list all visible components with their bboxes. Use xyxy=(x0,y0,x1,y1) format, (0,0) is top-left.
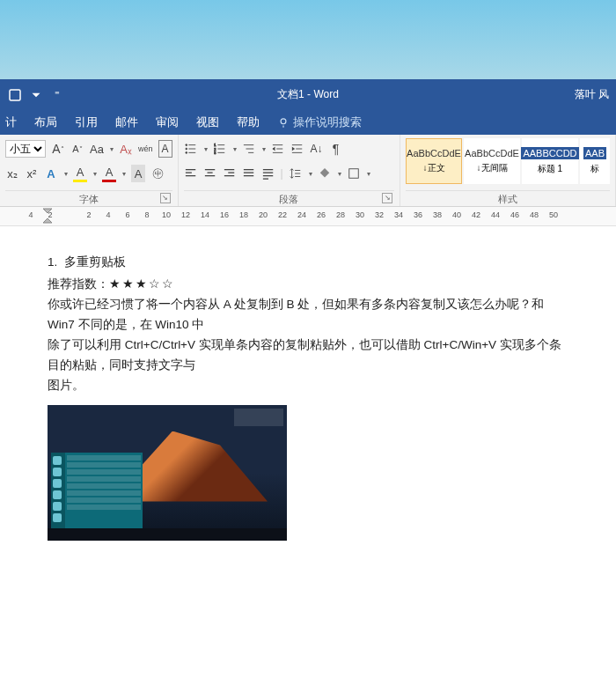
char-shading-button[interactable]: A xyxy=(131,165,145,182)
align-right-button[interactable] xyxy=(223,165,237,182)
tab-view[interactable]: 视图 xyxy=(196,114,219,130)
sort-button[interactable]: A↓ xyxy=(310,140,324,158)
tab-layout[interactable]: 布局 xyxy=(34,114,57,130)
svg-point-7 xyxy=(185,152,187,154)
tab-design[interactable]: 计 xyxy=(5,114,17,130)
taskbar xyxy=(48,528,287,541)
enclose-char-button[interactable]: ㊥ xyxy=(150,165,165,182)
show-marks-button[interactable]: ¶ xyxy=(329,140,343,158)
highlight-button[interactable]: A xyxy=(73,165,87,182)
desktop-background xyxy=(0,0,616,79)
style-normal[interactable]: AaBbCcDdE ↓正文 xyxy=(406,138,462,184)
align-left-button[interactable] xyxy=(184,165,198,182)
tell-me-label: 操作说明搜索 xyxy=(293,114,362,130)
distribute-button[interactable] xyxy=(261,165,275,182)
svg-text:3: 3 xyxy=(214,151,216,155)
char-border-button[interactable]: A xyxy=(158,140,172,158)
quick-access-toolbar: ⁼ xyxy=(0,87,65,103)
style-no-spacing[interactable]: AaBbCcDdE ↓无间隔 xyxy=(464,138,520,184)
group-label-font: 字体↘ xyxy=(5,190,172,206)
tab-references[interactable]: 引用 xyxy=(75,114,98,130)
paragraph-dialog-launcher[interactable]: ↘ xyxy=(382,193,392,203)
paragraph-line-2: 除了可以利用 Ctrl+C/Ctrl+V 实现单条内容的复制粘贴外，也可以借助 … xyxy=(48,335,568,376)
tab-mailings[interactable]: 邮件 xyxy=(115,114,138,130)
justify-button[interactable] xyxy=(242,165,256,182)
increase-indent-button[interactable] xyxy=(290,140,304,158)
grow-font-button[interactable]: A˄ xyxy=(51,140,65,158)
align-center-button[interactable] xyxy=(203,165,217,182)
group-label-paragraph: 段落↘ xyxy=(184,190,394,206)
svg-point-5 xyxy=(185,148,187,150)
phonetic-guide-button[interactable]: wén xyxy=(138,140,153,158)
document-title: 文档1 - Word xyxy=(277,87,339,102)
list-item-1: 1. 多重剪贴板 xyxy=(48,253,568,273)
svg-point-3 xyxy=(185,144,187,146)
document-body[interactable]: 1. 多重剪贴板 推荐指数：★★★☆☆ 你或许已经习惯了将一个内容从 A 处复制… xyxy=(0,226,616,541)
weather-widget xyxy=(234,409,283,426)
lightbulb-icon xyxy=(277,116,290,129)
tell-me-search[interactable]: 操作说明搜索 xyxy=(277,114,362,130)
font-dialog-launcher[interactable]: ↘ xyxy=(160,193,171,203)
autosave-icon[interactable] xyxy=(7,87,23,103)
borders-button[interactable] xyxy=(347,165,361,182)
shrink-font-button[interactable]: A˅ xyxy=(70,140,84,158)
rating-line: 推荐指数：★★★☆☆ xyxy=(48,275,568,295)
paragraph-line-1: 你或许已经习惯了将一个内容从 A 处复制到 B 处，但如果有多条内容复制又该怎么… xyxy=(48,295,568,335)
start-menu xyxy=(51,453,143,528)
user-name: 落叶 风 xyxy=(575,87,609,102)
group-styles: AaBbCcDdE ↓正文 AaBbCcDdE ↓无间隔 AABBCCDD 标题… xyxy=(400,135,616,206)
change-case-button[interactable]: Aa xyxy=(90,140,104,158)
group-paragraph: ▾ 123▾ ▾ A↓ ¶ | ▾ ▾ ▾ 段落↘ xyxy=(179,135,400,206)
font-size-select[interactable]: 小五 xyxy=(5,140,46,158)
bullets-button[interactable] xyxy=(184,140,198,158)
horizontal-ruler[interactable]: 4224681012141618202224262830323436384042… xyxy=(0,207,616,226)
ruler-numbers: 4224681012141618202224262830323436384042… xyxy=(0,210,616,219)
subscript-button[interactable]: x₂ xyxy=(5,165,19,182)
tab-review[interactable]: 审阅 xyxy=(156,114,179,130)
style-heading2[interactable]: AAB 标 xyxy=(580,138,610,184)
paragraph-line-3: 图片。 xyxy=(48,376,568,396)
qat-dropdown-icon[interactable] xyxy=(28,87,44,103)
ribbon-tabs: 计 布局 引用 邮件 审阅 视图 帮助 操作说明搜索 xyxy=(0,110,616,135)
numbering-button[interactable]: 123 xyxy=(213,140,227,158)
group-label-styles: 样式 xyxy=(406,190,610,206)
text-effects-button[interactable]: A xyxy=(44,165,58,182)
group-font: 小五 A˄ A˅ Aa▾ Aᵪ wén A x₂ x² A▾ A▾ A▾ A ㊥… xyxy=(0,135,179,206)
line-spacing-button[interactable] xyxy=(289,165,303,182)
svg-rect-0 xyxy=(10,90,20,100)
style-heading1[interactable]: AABBCCDD 标题 1 xyxy=(522,138,578,184)
multilevel-button[interactable] xyxy=(242,140,256,158)
qat-more-icon[interactable]: ⁼ xyxy=(49,87,65,103)
font-color-button[interactable]: A xyxy=(102,165,116,182)
clear-format-button[interactable]: Aᵪ xyxy=(119,140,133,158)
embedded-screenshot[interactable] xyxy=(48,405,287,541)
svg-point-1 xyxy=(281,119,286,124)
superscript-button[interactable]: x² xyxy=(25,165,39,182)
svg-rect-43 xyxy=(348,169,358,179)
decrease-indent-button[interactable] xyxy=(271,140,285,158)
ribbon: 小五 A˄ A˅ Aa▾ Aᵪ wén A x₂ x² A▾ A▾ A▾ A ㊥… xyxy=(0,135,616,207)
title-bar: ⁼ 文档1 - Word 落叶 风 xyxy=(0,79,616,110)
shading-button[interactable] xyxy=(318,165,332,182)
tab-help[interactable]: 帮助 xyxy=(237,114,260,130)
